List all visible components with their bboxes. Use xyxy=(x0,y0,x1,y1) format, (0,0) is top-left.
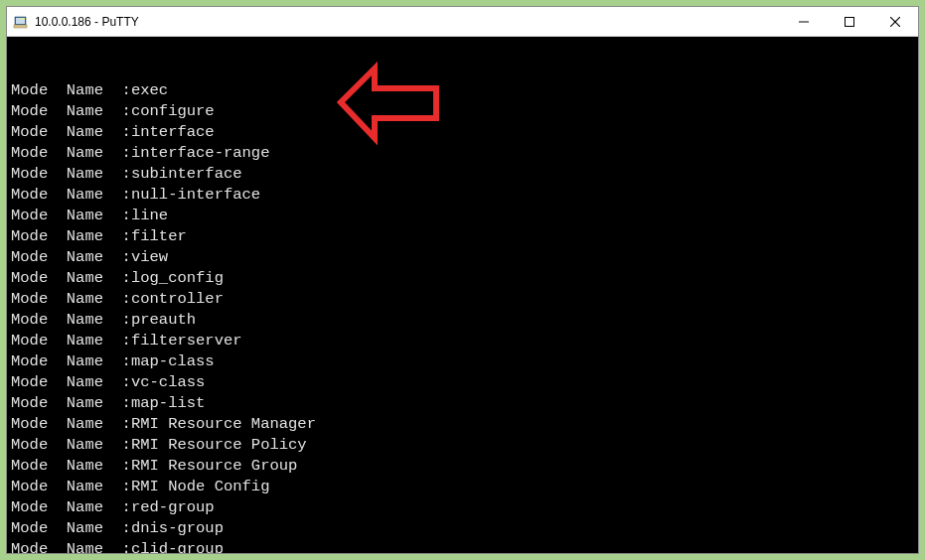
terminal-line: Mode Name :controller xyxy=(11,289,914,310)
terminal-line: Mode Name :RMI Resource Policy xyxy=(11,435,914,456)
terminal-line: Mode Name :filterserver xyxy=(11,331,914,351)
terminal-line: Mode Name :line xyxy=(11,206,914,226)
maximize-button[interactable] xyxy=(827,7,872,36)
terminal-line: Mode Name :exec xyxy=(11,80,914,101)
terminal-line: Mode Name :preauth xyxy=(11,310,914,331)
terminal-line: Mode Name :view xyxy=(11,247,914,268)
terminal-line: Mode Name :red-group xyxy=(11,497,914,518)
close-button[interactable] xyxy=(872,7,918,36)
terminal-line: Mode Name :null-interface xyxy=(11,185,914,206)
terminal-line: Mode Name :configure xyxy=(11,101,914,122)
terminal-line: Mode Name :RMI Resource Manager xyxy=(11,414,914,435)
terminal-output: Mode Name :execMode Name :configureMode … xyxy=(11,80,914,553)
terminal-line: Mode Name :clid-group xyxy=(11,539,914,553)
svg-rect-2 xyxy=(14,25,27,28)
maximize-icon xyxy=(845,17,854,27)
putty-window: 10.0.0.186 - PuTTY Mode Name :execMod xyxy=(6,6,919,554)
putty-icon xyxy=(13,14,29,30)
minimize-button[interactable] xyxy=(781,7,827,36)
terminal-line: Mode Name :filter xyxy=(11,226,914,247)
terminal-line: Mode Name :interface xyxy=(11,122,914,143)
terminal-line: Mode Name :dnis-group xyxy=(11,518,914,539)
terminal-line: Mode Name :map-class xyxy=(11,351,914,372)
terminal-line: Mode Name :log_config xyxy=(11,268,914,289)
titlebar: 10.0.0.186 - PuTTY xyxy=(7,7,918,37)
window-controls xyxy=(781,7,918,36)
svg-rect-5 xyxy=(846,17,854,26)
terminal-area[interactable]: Mode Name :execMode Name :configureMode … xyxy=(7,37,918,553)
terminal-line: Mode Name :map-list xyxy=(11,393,914,414)
window-title: 10.0.0.186 - PuTTY xyxy=(35,15,781,29)
terminal-line: Mode Name :RMI Node Config xyxy=(11,477,914,497)
terminal-line: Mode Name :RMI Resource Group xyxy=(11,456,914,477)
close-icon xyxy=(890,17,900,27)
minimize-icon xyxy=(799,17,809,27)
terminal-line: Mode Name :interface-range xyxy=(11,143,914,164)
terminal-line: Mode Name :vc-class xyxy=(11,372,914,393)
terminal-line: Mode Name :subinterface xyxy=(11,164,914,185)
